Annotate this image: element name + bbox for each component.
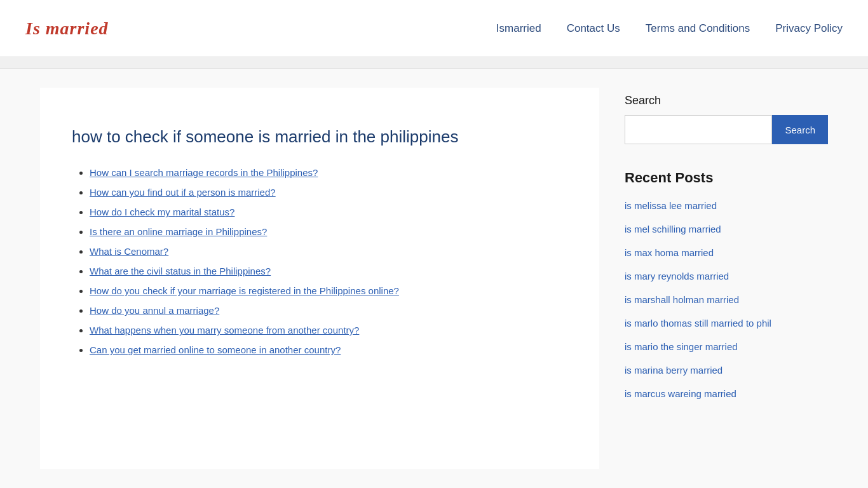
article-link[interactable]: How can I search marriage records in the… <box>90 167 318 178</box>
sub-header <box>0 57 868 69</box>
recent-post-link[interactable]: is melissa lee married <box>625 200 717 211</box>
nav-link[interactable]: Ismarried <box>496 22 541 35</box>
site-header: Is married IsmarriedContact UsTerms and … <box>0 0 868 57</box>
list-item: What happens when you marry someone from… <box>90 325 567 336</box>
recent-post-link[interactable]: is mary reynolds married <box>625 271 729 281</box>
recent-post-link[interactable]: is marina berry married <box>625 365 722 376</box>
recent-posts-section: Recent Posts is melissa lee marriedis me… <box>625 170 828 400</box>
list-item: is mary reynolds married <box>625 269 828 283</box>
article-list: How can I search marriage records in the… <box>72 167 567 355</box>
list-item: How do you check if your marriage is reg… <box>90 285 567 296</box>
article-link[interactable]: What happens when you marry someone from… <box>90 325 359 336</box>
recent-post-link[interactable]: is mel schilling married <box>625 224 721 234</box>
list-item: is mel schilling married <box>625 222 828 236</box>
list-item: is marina berry married <box>625 363 828 377</box>
search-input[interactable] <box>625 115 772 144</box>
article-link[interactable]: How can you find out if a person is marr… <box>90 187 276 198</box>
article-link[interactable]: How do you annul a marriage? <box>90 305 219 316</box>
main-nav: IsmarriedContact UsTerms and ConditionsP… <box>496 22 843 35</box>
recent-posts-list: is melissa lee marriedis mel schilling m… <box>625 199 828 400</box>
article-link[interactable]: How do you check if your marriage is reg… <box>90 285 399 296</box>
list-item: is marcus wareing married <box>625 387 828 400</box>
list-item: is melissa lee married <box>625 199 828 212</box>
article-title: how to check if someone is married in th… <box>72 126 567 148</box>
list-item: How do I check my marital status? <box>90 207 567 217</box>
recent-post-link[interactable]: is marlo thomas still married to phil <box>625 318 771 329</box>
search-button[interactable]: Search <box>772 115 828 144</box>
recent-post-link[interactable]: is marshall holman married <box>625 294 739 305</box>
article-link[interactable]: How do I check my marital status? <box>90 207 234 217</box>
recent-post-link[interactable]: is marcus wareing married <box>625 388 736 399</box>
recent-post-link[interactable]: is mario the singer married <box>625 341 738 352</box>
list-item: What are the civil status in the Philipp… <box>90 266 567 276</box>
nav-link[interactable]: Privacy Policy <box>775 22 843 35</box>
nav-link[interactable]: Terms and Conditions <box>646 22 750 35</box>
search-row: Search <box>625 115 828 144</box>
list-item: is marshall holman married <box>625 293 828 306</box>
nav-link[interactable]: Contact Us <box>567 22 620 35</box>
sidebar: Search Search Recent Posts is melissa le… <box>625 88 828 469</box>
list-item: How can I search marriage records in the… <box>90 167 567 178</box>
list-item: Is there an online marriage in Philippin… <box>90 226 567 237</box>
main-container: how to check if someone is married in th… <box>15 69 853 488</box>
search-label: Search <box>625 94 828 107</box>
list-item: What is Cenomar? <box>90 246 567 257</box>
article-link[interactable]: What are the civil status in the Philipp… <box>90 266 271 276</box>
list-item: How do you annul a marriage? <box>90 305 567 316</box>
search-section: Search Search <box>625 94 828 144</box>
article-link[interactable]: Is there an online marriage in Philippin… <box>90 226 267 237</box>
list-item: is mario the singer married <box>625 340 828 353</box>
article-link[interactable]: What is Cenomar? <box>90 246 168 257</box>
site-logo[interactable]: Is married <box>25 18 109 39</box>
list-item: is marlo thomas still married to phil <box>625 316 828 330</box>
list-item: is max homa married <box>625 246 828 259</box>
list-item: Can you get married online to someone in… <box>90 344 567 355</box>
recent-post-link[interactable]: is max homa married <box>625 247 714 258</box>
article-link[interactable]: Can you get married online to someone in… <box>90 344 341 355</box>
recent-posts-title: Recent Posts <box>625 170 828 186</box>
list-item: How can you find out if a person is marr… <box>90 187 567 198</box>
content-area: how to check if someone is married in th… <box>40 88 599 469</box>
